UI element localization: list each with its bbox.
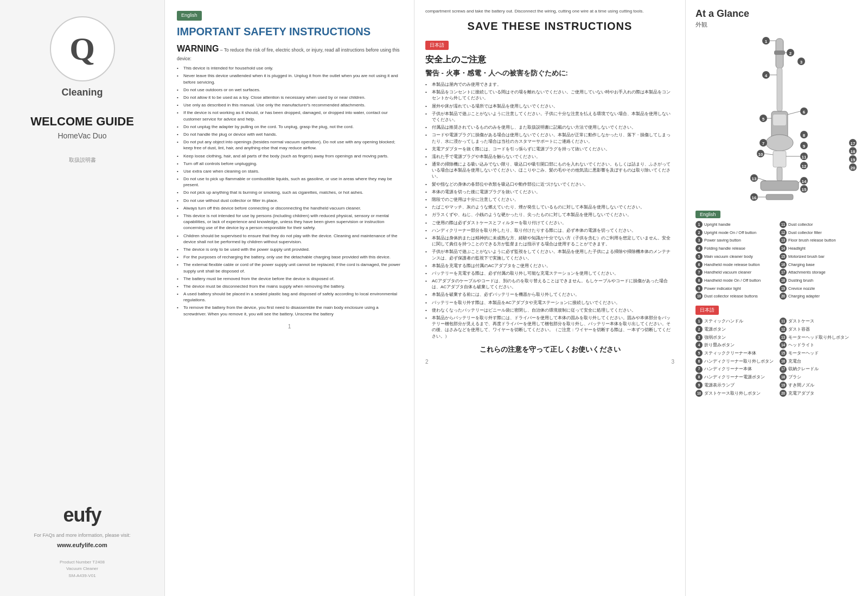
part-jp-15-label: モーターヘッド [788,350,819,357]
part-jp-1: 1 スティックハンドル [695,318,774,325]
jp-bullet-7: 充電アダプターを抜く際には、コードを引っ張らずに電源プラグを持って抜いてください… [425,146,674,152]
svg-text:6: 6 [803,110,806,115]
part-jp-4-label: 折り畳みボタン [704,342,735,349]
jp-bullet-8: 濡れた手で電源プラグや本製品を触らないでください。 [425,154,674,160]
vacuum-svg: 1 2 3 4 5 6 [695,34,868,208]
page-1: Q Cleaning WELCOME GUIDE HomeVac Duo 取扱説… [0,0,165,596]
bullet-10: Keep loose clothing, hair, and all parts… [177,153,402,159]
part-en-9: 9 Power indicator light [695,285,774,293]
part-jp-2-label: 電源ボタン [704,326,726,333]
part-jp-3: 3 強弱ボタン [695,334,774,341]
part-en-2-label: Upright mode On / Off button [704,230,756,237]
continuation-text: compartment screws and take the battery … [425,8,674,15]
svg-text:18: 18 [851,149,856,154]
page-3: compartment screws and take the battery … [414,0,686,596]
jp-bullet-9: 通常の掃除機による吸い込みでない限り、吸込口や吸引開口部にものを入れないでくださ… [425,161,674,180]
svg-text:19: 19 [851,157,856,162]
jp-bullet-17: 本製品は身体的または精神的に未成熟な方、経験や知識が十分でない方（子供を含む）の… [425,235,674,247]
part-en-14: 14 Headlight [780,245,858,252]
part-en-14-label: Headlight [788,245,806,252]
bullet-8: Do not handle the plug or device with we… [177,131,402,137]
jp-subtitle: 警告 - 火事・感電・人への被害を防ぐために: [425,68,674,78]
svg-line-46 [799,181,800,183]
part-en-3-label: Power saving button [704,237,741,244]
jp-bullet-18: 子供が本製品で遊ぶことがないように必ず監視をしてください。本製品を使用した子供に… [425,249,674,261]
jp-bullet-11: 本体の電源を切った後に電源プラグを抜いてください。 [425,189,674,195]
svg-rect-15 [773,115,786,125]
svg-line-21 [788,111,800,115]
part-en-6: 6 Handheld mode release button [695,261,774,269]
jp-bullet-3: 屋外や床が濡れている場所では本製品を使用しないでください。 [425,103,674,109]
part-en-7-label: Handheld vacuum cleaner [704,269,751,276]
part-en-2: 2 Upright mode On / Off button [695,229,774,237]
part-en-18: 18 Dusting brush [780,277,858,284]
part-en-11: 11 Dust collector [780,221,858,229]
jp-bullet-4: 子供が本製品で遊ぶことがないように注意してください。子供に十分な注意を払える環境… [425,111,674,123]
part-en-4: 4 Folding handle release [695,245,774,252]
jp-bullet-25: 本製品からバッテリーを取り外す際には、ドライバーを使用して本体の固みを取り外して… [425,315,674,339]
eufy-website: www.eufylife.com [57,542,107,548]
bullet-7: Do not unplug the adapter by pulling on … [177,124,402,130]
part-en-8: 8 Handheld mode On / Off button [695,277,774,284]
page-number-2: 2 [425,359,429,365]
part-jp-1-label: スティックハンドル [704,318,743,325]
page-2: English IMPORTANT SAFETY INSTRUCTIONS WA… [165,0,414,596]
vacuum-cleaner: Vacuum Cleaner [66,566,98,571]
part-en-6-label: Handheld mode release button [704,262,760,269]
svg-text:2: 2 [789,51,792,56]
svg-text:7: 7 [762,141,765,146]
en-badge: English [695,211,720,218]
safety-title: IMPORTANT SAFETY INSTRUCTIONS [177,25,402,38]
part-jp-11-label: ダストケース [788,318,814,325]
cleaning-label: Cleaning [61,87,103,98]
parts-en-section: English 1 Upright handle 11 Dust collect… [695,211,858,300]
part-jp-2: 2 電源ボタン [695,326,774,333]
parts-jp-section: 日本語 1 スティックハンドル 11 ダストケース 2 電源ボタン 12 ダスト… [695,303,858,397]
part-jp-16: 16 充電台 [780,358,858,365]
jp-bullet-24: 使わなくなったバッテリーはビニール袋に密閉し、自治体の環境規制に従って安全に処理… [425,307,674,313]
part-jp-19-label: すき間ノズル [788,382,814,389]
part-jp-18: 18 ブラシ [780,373,858,381]
jp-bullet-2: 本製品をコンセントに接続している間はその場を離れないでください。ご使用していない… [425,89,674,101]
part-jp-20-label: 充電アダプタ [788,390,814,397]
bullet-21: The external flexible cable or cord of t… [177,262,402,274]
bullet-5: Use only as described in this manual. Us… [177,102,402,108]
svg-text:8: 8 [803,133,806,138]
part-jp-18-label: ブラシ [788,374,801,381]
at-a-glance-title: At a Glance [695,8,858,20]
eufy-tagline: For FAQs and more information, please vi… [34,532,130,539]
part-en-19-label: Crevice nozzle [788,286,815,293]
part-en-17: 17 Attachments storage [780,269,858,276]
part-jp-3-label: 強弱ボタン [704,334,726,341]
part-jp-12-label: ダスト容器 [788,326,810,333]
bullet-12: Use extra care when cleaning on stairs. [177,168,402,174]
bullet-14: Do not pick up anything that is burning … [177,189,402,195]
part-jp-17-label: 収納クレードル [788,366,819,373]
part-jp-10: 10 ダストケース取り外しボタン [695,390,774,397]
product-name: HomeVac Duo [58,131,106,140]
manual-label: 取扱説明書 [69,156,96,164]
part-en-8-label: Handheld mode On / Off button [704,277,761,284]
at-a-glance-jp: 外観 [695,21,858,29]
jp-bullet-20: バッテリーを充電する際は、必ず付属の取り外し可能な充電ステーションを使用してくだ… [425,270,674,276]
bullet-3: Do not use outdoors or on wet surfaces. [177,87,402,93]
part-jp-16-label: 充電台 [788,358,801,365]
part-jp-14-label: ヘッドライト [788,342,814,349]
part-en-9-label: Power indicator light [704,286,741,293]
save-instructions: SAVE THESE INSTRUCTIONS [425,20,674,33]
bullet-6: If the device is not working as it shoul… [177,110,402,122]
jp-bullets: 本製品は屋内でのみ使用できます。 本製品をコンセントに接続している間はその場を離… [425,81,674,339]
part-en-3: 3 Power saving button [695,237,774,244]
jp-bullet-6: コードや電源プラグに損傷がある場合は使用しないでください。本製品が正常に動作しな… [425,132,674,144]
part-en-5: 5 Main vacuum cleaner body [695,253,774,261]
svg-text:9: 9 [803,144,806,149]
part-en-18-label: Dusting brush [788,277,813,284]
jp-bullet-22: 本製品を破棄する前には、必ずバッテリーを機器から取り外してください。 [425,291,674,297]
svg-point-22 [766,135,793,151]
svg-text:5: 5 [762,117,765,122]
jp-bullet-14: ガラスくずや、ねじ、小銭のような硬かったり、尖ったものに対して本製品を使用しない… [425,212,674,218]
jp-bullet-16: ハンディクリーナー部分を取り外したり、取り付けたりする際には、必ず本体の電源を切… [425,227,674,233]
part-jp-4: 4 折り畳みボタン [695,341,774,349]
logo-icon: Q [69,30,95,68]
safety-bullets: This device is intended for household us… [177,65,402,317]
